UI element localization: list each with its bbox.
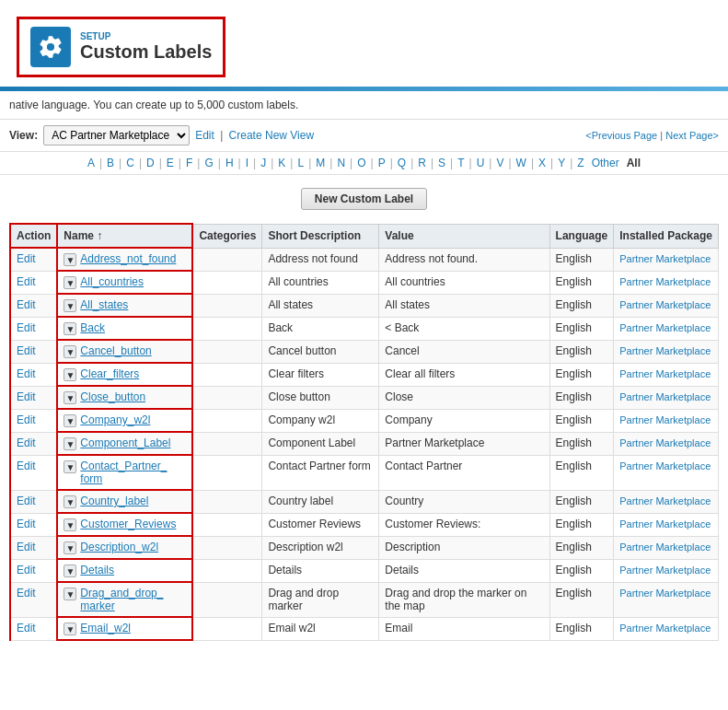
prev-page-link[interactable]: <Previous Page (585, 130, 657, 141)
edit-link[interactable]: Edit (17, 495, 36, 507)
package-link[interactable]: Partner Marketplace (619, 460, 711, 471)
package-link[interactable]: Partner Marketplace (619, 518, 711, 530)
alpha-link-k[interactable]: K (275, 156, 288, 170)
alpha-link-n[interactable]: N (334, 156, 348, 170)
down-arrow-icon[interactable]: ▼ (64, 588, 76, 600)
edit-link[interactable]: Edit (17, 564, 36, 576)
package-link[interactable]: Partner Marketplace (619, 253, 711, 264)
new-custom-label-button[interactable]: New Custom Label (301, 188, 427, 210)
down-arrow-icon[interactable]: ▼ (64, 518, 76, 531)
edit-link[interactable]: Edit (17, 460, 36, 472)
name-link[interactable]: Company_​w2l (80, 413, 150, 426)
down-arrow-icon[interactable]: ▼ (64, 276, 76, 289)
edit-link[interactable]: Edit (17, 413, 36, 426)
edit-link[interactable]: Edit (17, 587, 36, 599)
next-page-link[interactable]: Next Page> (665, 130, 719, 141)
down-arrow-icon[interactable]: ▼ (64, 541, 76, 554)
alpha-link-h[interactable]: H (223, 156, 237, 170)
edit-view-link[interactable]: Edit (195, 129, 214, 142)
package-link[interactable]: Partner Marketplace (619, 368, 711, 379)
edit-link[interactable]: Edit (17, 390, 36, 403)
alpha-link-t[interactable]: T (455, 156, 467, 170)
alpha-link-f[interactable]: F (183, 156, 195, 170)
package-link[interactable]: Partner Marketplace (619, 437, 711, 448)
down-arrow-icon[interactable]: ▼ (64, 322, 76, 335)
edit-link[interactable]: Edit (17, 622, 36, 634)
edit-link[interactable]: Edit (17, 344, 36, 357)
name-link[interactable]: Close_​button (80, 390, 145, 403)
alpha-link-m[interactable]: M (313, 156, 328, 170)
name-link[interactable]: Customer_​Reviews (80, 518, 176, 530)
edit-link[interactable]: Edit (17, 436, 36, 449)
alpha-link-q[interactable]: Q (395, 156, 409, 170)
package-link[interactable]: Partner Marketplace (619, 391, 711, 402)
down-arrow-icon[interactable]: ▼ (64, 253, 76, 266)
down-arrow-icon[interactable]: ▼ (64, 368, 76, 381)
create-new-view-link[interactable]: Create New View (229, 129, 314, 142)
package-link[interactable]: Partner Marketplace (619, 299, 711, 310)
alpha-link-v[interactable]: V (493, 156, 506, 170)
down-arrow-icon[interactable]: ▼ (64, 299, 76, 312)
edit-link[interactable]: Edit (17, 321, 36, 334)
name-link[interactable]: Clear_​filters (80, 367, 139, 380)
package-link[interactable]: Partner Marketplace (619, 495, 711, 506)
edit-link[interactable]: Edit (17, 252, 36, 265)
alpha-link-all[interactable]: All (624, 156, 643, 170)
down-arrow-icon[interactable]: ▼ (64, 623, 76, 635)
package-link[interactable]: Partner Marketplace (619, 623, 711, 634)
view-select[interactable]: AC Partner Marketplace (43, 125, 190, 145)
alpha-link-l[interactable]: L (295, 156, 306, 170)
down-arrow-icon[interactable]: ▼ (64, 460, 76, 473)
alpha-link-y[interactable]: Y (555, 156, 568, 170)
name-link[interactable]: Drag_​and_​drop_​marker (80, 587, 186, 612)
package-link[interactable]: Partner Marketplace (619, 322, 711, 333)
alpha-link-d[interactable]: D (144, 156, 157, 170)
edit-link[interactable]: Edit (17, 541, 36, 553)
alpha-link-c[interactable]: C (123, 156, 137, 170)
package-link[interactable]: Partner Marketplace (619, 588, 711, 599)
down-arrow-icon[interactable]: ▼ (64, 345, 76, 358)
name-link[interactable]: Details (80, 564, 114, 576)
down-arrow-icon[interactable]: ▼ (64, 414, 76, 427)
name-link[interactable]: Back (80, 321, 105, 334)
package-link[interactable]: Partner Marketplace (619, 276, 711, 287)
alpha-link-p[interactable]: P (376, 156, 388, 170)
alpha-link-i[interactable]: I (243, 156, 251, 170)
edit-link[interactable]: Edit (17, 518, 36, 530)
name-cell: ▼Component_​Label (57, 432, 192, 455)
alpha-link-u[interactable]: U (474, 156, 488, 170)
down-arrow-icon[interactable]: ▼ (64, 437, 76, 450)
name-link[interactable]: Component_​Label (80, 436, 170, 449)
alpha-link-r[interactable]: R (415, 156, 429, 170)
name-link[interactable]: Country_​label (80, 495, 148, 507)
package-link[interactable]: Partner Marketplace (619, 414, 711, 425)
alpha-link-x[interactable]: X (536, 156, 549, 170)
alpha-link-b[interactable]: B (104, 156, 117, 170)
alpha-link-g[interactable]: G (202, 156, 215, 170)
edit-link[interactable]: Edit (17, 275, 36, 288)
edit-link[interactable]: Edit (17, 367, 36, 380)
alpha-link-z[interactable]: Z (574, 156, 586, 170)
name-link[interactable]: Email_​w2l (80, 622, 131, 634)
edit-link[interactable]: Edit (17, 298, 36, 311)
alpha-link-s[interactable]: S (435, 156, 448, 170)
alpha-link-w[interactable]: W (514, 156, 529, 170)
package-cell: Partner Marketplace (614, 363, 719, 386)
down-arrow-icon[interactable]: ▼ (64, 565, 76, 577)
down-arrow-icon[interactable]: ▼ (64, 495, 76, 508)
package-link[interactable]: Partner Marketplace (619, 565, 711, 576)
package-link[interactable]: Partner Marketplace (619, 541, 711, 553)
down-arrow-icon[interactable]: ▼ (64, 391, 76, 404)
name-link[interactable]: Address_​not_​found (80, 252, 176, 265)
alpha-link-other[interactable]: Other (589, 156, 622, 170)
alpha-link-a[interactable]: A (85, 156, 98, 170)
name-link[interactable]: Cancel_​button (80, 344, 151, 357)
alpha-link-j[interactable]: J (258, 156, 269, 170)
name-link[interactable]: Contact_​Partner_​form (80, 460, 186, 485)
alpha-link-e[interactable]: E (164, 156, 177, 170)
package-link[interactable]: Partner Marketplace (619, 345, 711, 356)
name-link[interactable]: All_​countries (80, 275, 144, 288)
name-link[interactable]: Description_​w2l (80, 541, 158, 553)
alpha-link-o[interactable]: O (354, 156, 368, 170)
name-link[interactable]: All_​states (80, 298, 128, 311)
